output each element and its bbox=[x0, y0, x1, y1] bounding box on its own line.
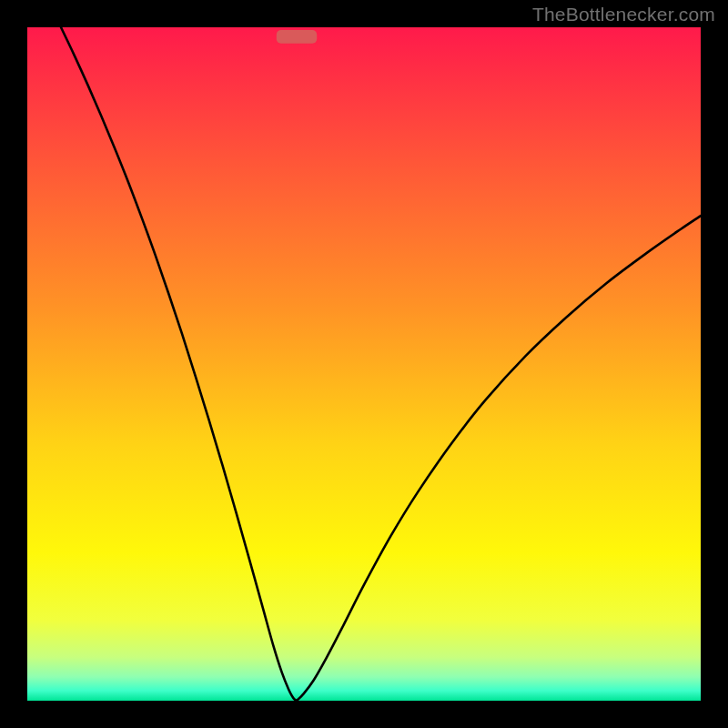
plot-area bbox=[27, 27, 701, 701]
chart-container: TheBottlenecker.com bbox=[0, 0, 728, 728]
bottleneck-curve-chart bbox=[27, 27, 701, 701]
bottleneck-marker bbox=[277, 30, 317, 44]
gradient-background bbox=[27, 27, 701, 701]
watermark-label: TheBottlenecker.com bbox=[532, 4, 715, 25]
